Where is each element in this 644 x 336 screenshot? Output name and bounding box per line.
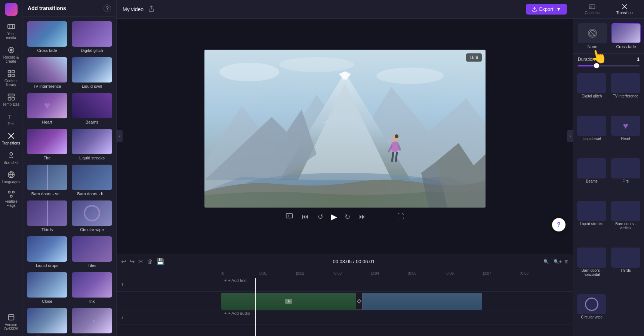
transition-item-liquid-streaks[interactable]: Liquid streaks [70, 127, 114, 162]
tab-transition[interactable]: Transition [613, 2, 636, 16]
transition-item-fire[interactable]: Fire [25, 127, 69, 162]
transitions-panel-title: Add transitions [28, 5, 66, 11]
rt-grid-label-tv-interference: TV interference [613, 94, 638, 98]
rt-grid-thumb-thirds [611, 248, 640, 268]
cut-button[interactable]: ✂ [138, 258, 143, 265]
rt-grid-item-thirds[interactable]: Thirds [610, 246, 642, 291]
video-clip-1[interactable] [221, 293, 356, 310]
rt-grid-item-fire[interactable]: Fire [610, 157, 642, 198]
skip-back-button[interactable]: ⏮ [301, 211, 310, 222]
transition-item-tv-interference[interactable]: TV interference [25, 56, 69, 90]
sidebar-item-your-media[interactable]: Your media [1, 20, 21, 42]
svg-rect-9 [8, 94, 14, 96]
transition-label-thirds: Thirds [41, 227, 53, 232]
transition-item-heart[interactable]: ♥Heart [25, 91, 69, 126]
rt-item-cross-fade[interactable]: Cross fade [610, 22, 642, 50]
transition-item-cross-fade[interactable]: Cross fade [25, 20, 69, 54]
sidebar-item-templates[interactable]: Templates [1, 91, 21, 109]
aspect-ratio-badge: 16:9 [466, 53, 481, 62]
play-button[interactable]: ▶ [331, 212, 337, 222]
transition-label-beams: Beams [86, 120, 98, 124]
add-audio-button[interactable]: + + Add audio [221, 311, 573, 315]
transition-thumb-digital-glitch [72, 21, 112, 47]
rt-heart-icon: ♥ [611, 116, 640, 136]
text-track-content[interactable]: + + Add text [221, 278, 573, 291]
wipe-arrow: → [88, 316, 96, 326]
transition-item-barn-doors-h[interactable]: Barn doors - h... [70, 163, 114, 197]
text-track: T + + Add text [117, 278, 573, 292]
save-button[interactable]: 💾 [157, 258, 164, 265]
fast-forward-button[interactable]: ↻ [343, 211, 352, 223]
rt-grid-item-beams[interactable]: Beams [576, 157, 608, 198]
sidebar-item-text[interactable]: T Text [1, 110, 21, 128]
audio-track-content[interactable]: + + Add audio [221, 311, 573, 324]
transitions-help-icon[interactable]: ? [104, 4, 111, 12]
video-container: 16:9 [204, 50, 486, 208]
transition-item-thirds[interactable]: Thirds [25, 199, 69, 233]
zoom-in-button[interactable]: 🔍+ [554, 259, 562, 264]
transition-thumb-barn-doors-v [27, 165, 67, 190]
transition-item-liquid-swirl[interactable]: Liquid swirl [70, 56, 114, 90]
transition-item-ink[interactable]: Ink [70, 271, 114, 305]
sidebar-item-feature-flags[interactable]: Feature Flags [1, 188, 21, 210]
fullscreen-button[interactable]: ⛶ [396, 211, 406, 222]
rt-grid-item-tv-interference[interactable]: TV interference [610, 72, 642, 113]
transition-item-close[interactable]: Close [25, 271, 69, 305]
transition-item-wipe-right[interactable]: →Wipe right [70, 307, 114, 336]
transition-item-circular-wipe[interactable]: Circular wipe [70, 199, 114, 233]
video-clip-2[interactable] [363, 293, 482, 310]
sidebar-item-transitions[interactable]: Transitions [1, 130, 21, 147]
export-button[interactable]: Export ▼ [526, 4, 567, 15]
transition-marker[interactable] [356, 293, 363, 310]
rt-grid-thumb-circular-wipe [577, 294, 606, 314]
transition-item-tiles[interactable]: Tiles [70, 235, 114, 269]
add-text-button[interactable]: + + Add text [221, 278, 573, 283]
transition-item-barn-doors-v[interactable]: Barn doors - ve... [25, 163, 69, 197]
transition-item-digital-glitch[interactable]: Digital glitch [70, 20, 114, 54]
expand-right-panel-button[interactable]: › [567, 130, 573, 142]
rt-slider-track[interactable] [578, 65, 640, 66]
rt-slider-thumb[interactable] [594, 63, 599, 68]
rt-grid-item-liquid-swirl[interactable]: Liquid swirl [576, 114, 608, 155]
rewind-button[interactable]: ↺ [316, 211, 325, 223]
transition-thumb-circular-wipe [72, 200, 112, 226]
main-area: My video Export ▼ [117, 0, 573, 336]
rt-grid-label-thirds: Thirds [620, 268, 631, 273]
svg-rect-6 [12, 71, 14, 73]
undo-button[interactable]: ↩ [121, 258, 126, 265]
rt-grid-item-digital-glitch[interactable]: Digital glitch [576, 72, 608, 113]
help-button[interactable]: ? [552, 218, 566, 231]
captions-toggle-button[interactable] [284, 211, 295, 223]
sidebar-item-content-library[interactable]: Content library [1, 67, 21, 89]
collapse-left-panel-button[interactable]: ‹ [117, 130, 123, 142]
tab-captions[interactable]: Captions [582, 2, 602, 16]
transition-item-beams[interactable]: Beams [70, 91, 114, 126]
sidebar-item-languages[interactable]: Languages [1, 168, 21, 186]
transition-thumb-liquid-streaks [72, 129, 112, 154]
fit-timeline-button[interactable]: ⊞ [565, 259, 568, 264]
transition-label-circular-wipe: Circular wipe [80, 227, 104, 232]
sidebar-item-version[interactable]: Version Zc43326 [1, 311, 21, 333]
share-icon[interactable] [148, 5, 155, 13]
rt-grid-item-heart[interactable]: ♥Heart [610, 114, 642, 155]
transition-item-glitch-reveal[interactable]: Glitch reveal [25, 307, 69, 336]
rt-grid-item-circular-wipe[interactable]: Circular wipe [576, 293, 608, 334]
zoom-out-button[interactable]: 🔍- [543, 259, 551, 264]
rt-grid-label-barn-doors-v: Barn doors - vertical [611, 222, 641, 230]
rt-item-none[interactable]: None [576, 22, 608, 50]
transition-item-liquid-drops[interactable]: Liquid drops [25, 235, 69, 269]
rt-grid-item-barn-doors-h[interactable]: Barn doors - horizontal [576, 246, 608, 291]
transition-label-liquid-drops: Liquid drops [36, 263, 58, 268]
rt-grid-item-barn-doors-v[interactable]: Barn doors - vertical [610, 199, 642, 245]
delete-button[interactable]: 🗑 [147, 258, 153, 265]
vertical-split-overlay [47, 200, 48, 226]
heart-shape: ♥ [44, 100, 50, 112]
player-controls: ⏮ ↺ ▶ ↻ ⏭ ⛶ [284, 211, 406, 223]
sidebar-item-record-create[interactable]: Record & create [1, 44, 21, 66]
transition-thumb-beams [72, 93, 112, 118]
redo-button[interactable]: ↪ [130, 258, 135, 265]
skip-forward-button[interactable]: ⏭ [358, 211, 367, 222]
sidebar-item-brand-kit[interactable]: Brand kit [1, 149, 21, 167]
rt-grid-item-liquid-streaks[interactable]: Liquid streaks [576, 199, 608, 245]
language-icon [7, 171, 15, 179]
